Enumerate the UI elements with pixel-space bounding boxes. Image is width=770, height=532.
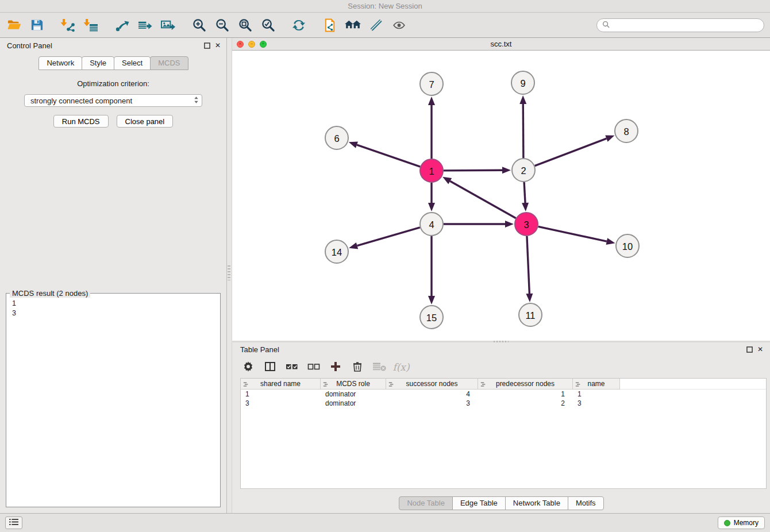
graph-edge-2-9[interactable] [523, 104, 523, 158]
import-network-button[interactable] [56, 15, 79, 36]
copy-style-button[interactable] [318, 15, 341, 36]
select-all-rows-button[interactable] [283, 358, 301, 376]
table-cell[interactable]: dominator [321, 390, 386, 399]
tab-motifs[interactable]: Motifs [568, 496, 604, 510]
export-network-button[interactable] [110, 15, 133, 36]
graph-edge-1-2[interactable] [444, 170, 502, 171]
status-bar: Memory [0, 513, 770, 532]
graph-edge-1-6[interactable] [357, 145, 420, 167]
graph-node-3[interactable]: 3 [515, 213, 538, 236]
graph-edge-3-11[interactable] [527, 236, 529, 294]
tab-node-table[interactable]: Node Table [399, 496, 453, 510]
table-row[interactable]: 1dominator411 [241, 390, 766, 399]
export-table-button[interactable] [133, 15, 156, 36]
graph-edge-4-14[interactable] [357, 228, 420, 246]
criterion-dropdown[interactable]: strongly connected component [24, 94, 202, 107]
network-canvas[interactable]: 7968124314101511 [232, 51, 770, 341]
settings-gear-button[interactable] [239, 358, 257, 376]
search-input[interactable] [613, 21, 759, 29]
table-cell[interactable]: 1 [478, 390, 573, 399]
deselect-all-rows-button[interactable] [305, 358, 323, 376]
memory-button[interactable]: Memory [718, 516, 765, 529]
tab-select[interactable]: Select [114, 56, 151, 70]
vertical-splitter[interactable] [227, 38, 232, 513]
float-panel-icon[interactable] [204, 43, 210, 49]
graph-edge-arrow-icon [428, 203, 435, 211]
tab-edge-table[interactable]: Edge Table [452, 496, 506, 510]
network-title: scc.txt [232, 40, 770, 48]
table-cell[interactable]: 3 [573, 399, 620, 408]
column-chooser-button[interactable] [261, 358, 279, 376]
tab-mcds[interactable]: MCDS [150, 56, 188, 70]
svg-text:6: 6 [334, 133, 339, 144]
window-title: Session: New Session [348, 2, 422, 10]
open-file-button[interactable] [2, 15, 25, 36]
zoom-selected-button[interactable] [256, 15, 279, 36]
import-table-button[interactable] [79, 15, 102, 36]
graph-edge-arrow-icon [349, 141, 358, 148]
column-header-shared-name[interactable]: shared name [241, 379, 321, 390]
graph-node-8[interactable]: 8 [615, 119, 638, 142]
graph-node-11[interactable]: 11 [519, 303, 542, 326]
table-cell[interactable]: dominator [321, 399, 386, 408]
column-header-name[interactable]: name [573, 379, 620, 390]
delete-column-button[interactable] [348, 358, 367, 376]
task-list-icon [9, 518, 18, 527]
task-history-button[interactable] [5, 516, 22, 529]
graph-edge-2-8[interactable] [535, 138, 607, 165]
main-toolbar [0, 13, 770, 38]
column-header-label: predecessor nodes [496, 380, 555, 388]
run-mcds-button[interactable]: Run MCDS [53, 115, 109, 128]
graph-node-4[interactable]: 4 [420, 213, 443, 236]
graph-edge-2-3[interactable] [524, 182, 525, 203]
graph-edge-3-10[interactable] [538, 226, 607, 241]
close-panel-button[interactable]: Close panel [117, 115, 174, 128]
horizontal-splitter[interactable] [232, 341, 770, 342]
graph-node-7[interactable]: 7 [420, 72, 443, 95]
graph-edge-arrow-icon [526, 294, 533, 302]
close-window-button[interactable]: × [237, 41, 244, 48]
tab-network-table[interactable]: Network Table [505, 496, 568, 510]
minimize-window-button[interactable]: − [248, 41, 255, 48]
tab-style[interactable]: Style [82, 56, 114, 70]
table-cell[interactable]: 3 [241, 399, 321, 408]
table-cell[interactable]: 2 [478, 399, 573, 408]
graph-node-15[interactable]: 15 [420, 306, 443, 329]
column-header-predecessor-nodes[interactable]: predecessor nodes [478, 379, 573, 390]
home-button[interactable] [341, 15, 364, 36]
save-session-button[interactable] [25, 15, 48, 36]
graph-node-1[interactable]: 1 [420, 159, 443, 182]
right-side: scc.txt × − + 7968124314101511 Table Pan… [232, 38, 770, 513]
graph-node-14[interactable]: 14 [325, 240, 348, 263]
close-table-panel-icon[interactable]: ✕ [757, 346, 763, 353]
column-header-mcds-role[interactable]: MCDS role [321, 379, 386, 390]
graph-node-2[interactable]: 2 [512, 159, 535, 182]
graph-edge-arrow-icon [522, 203, 529, 211]
refresh-view-button[interactable] [287, 15, 310, 36]
table-cell[interactable]: 1 [573, 390, 620, 399]
style-pen-button[interactable] [364, 15, 387, 36]
network-graph: 7968124314101511 [232, 51, 770, 341]
zoom-in-button[interactable] [187, 15, 210, 36]
eye-button[interactable] [387, 15, 410, 36]
add-column-button[interactable] [326, 358, 345, 376]
export-image-button[interactable] [156, 15, 179, 36]
graph-node-6[interactable]: 6 [325, 126, 348, 149]
graph-edge-3-1[interactable] [450, 181, 515, 218]
table-row[interactable]: 3dominator323 [241, 399, 766, 408]
zoom-fit-button[interactable] [233, 15, 256, 36]
graph-edge-arrow-icon [502, 167, 511, 174]
tab-network[interactable]: Network [38, 56, 82, 70]
table-cell[interactable]: 3 [386, 399, 478, 408]
zoom-out-button[interactable] [210, 15, 233, 36]
float-table-panel-icon[interactable] [746, 346, 753, 353]
mcds-result-list: 13 [6, 298, 220, 319]
table-cell[interactable]: 4 [386, 390, 478, 399]
table-cell[interactable]: 1 [241, 390, 321, 399]
zoom-fit-icon [238, 18, 252, 32]
column-header-successor-nodes[interactable]: successor nodes [386, 379, 478, 390]
graph-node-9[interactable]: 9 [511, 71, 534, 94]
graph-node-10[interactable]: 10 [616, 234, 639, 257]
zoom-window-button[interactable]: + [260, 41, 267, 48]
close-panel-icon[interactable]: ✕ [215, 42, 221, 49]
